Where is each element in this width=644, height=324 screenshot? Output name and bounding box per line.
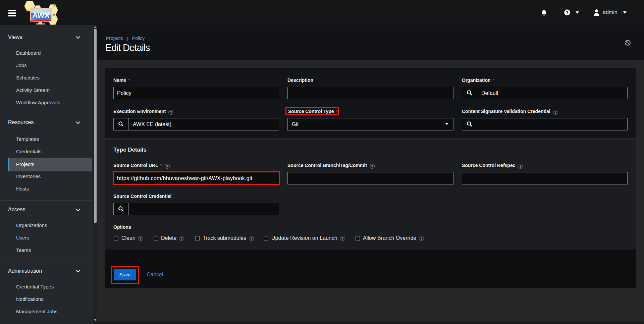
svg-text:AWX: AWX	[32, 11, 50, 19]
svg-text:?: ?	[566, 10, 569, 15]
